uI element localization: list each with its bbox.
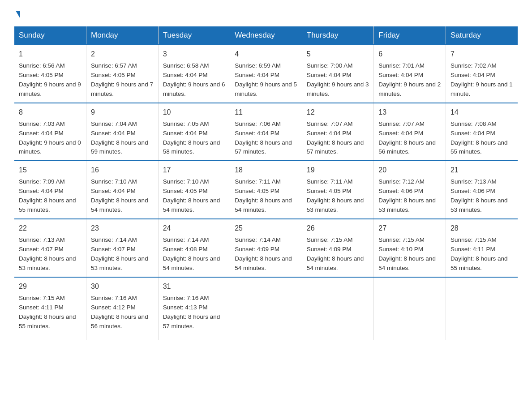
page-header xyxy=(14,11,518,18)
calendar-day-cell: 4Sunrise: 6:59 AMSunset: 4:04 PMDaylight… xyxy=(230,45,302,103)
calendar-day-cell: 2Sunrise: 6:57 AMSunset: 4:05 PMDaylight… xyxy=(86,45,159,103)
calendar-day-cell: 22Sunrise: 7:13 AMSunset: 4:07 PMDayligh… xyxy=(14,219,86,277)
calendar-day-cell: 31Sunrise: 7:16 AMSunset: 4:13 PMDayligh… xyxy=(158,277,230,340)
calendar-week-row: 15Sunrise: 7:09 AMSunset: 4:04 PMDayligh… xyxy=(14,161,518,219)
calendar-day-cell: 26Sunrise: 7:15 AMSunset: 4:09 PMDayligh… xyxy=(302,219,374,277)
calendar-day-cell: 14Sunrise: 7:08 AMSunset: 4:04 PMDayligh… xyxy=(446,103,518,161)
day-info: Sunrise: 7:08 AMSunset: 4:04 PMDaylight:… xyxy=(450,120,513,157)
calendar-day-cell: 10Sunrise: 7:05 AMSunset: 4:04 PMDayligh… xyxy=(158,103,230,161)
calendar-day-cell: 17Sunrise: 7:10 AMSunset: 4:05 PMDayligh… xyxy=(158,161,230,219)
calendar-day-cell: 28Sunrise: 7:15 AMSunset: 4:11 PMDayligh… xyxy=(446,219,518,277)
weekday-header: Saturday xyxy=(446,26,518,45)
calendar-day-cell: 30Sunrise: 7:16 AMSunset: 4:12 PMDayligh… xyxy=(86,277,159,340)
day-info: Sunrise: 7:06 AMSunset: 4:04 PMDaylight:… xyxy=(235,120,297,157)
weekday-header: Sunday xyxy=(14,26,86,45)
day-info: Sunrise: 7:11 AMSunset: 4:05 PMDaylight:… xyxy=(307,177,369,215)
day-number: 7 xyxy=(450,49,513,60)
day-number: 5 xyxy=(307,49,369,60)
calendar-day-cell xyxy=(302,277,374,340)
calendar-week-row: 1Sunrise: 6:56 AMSunset: 4:05 PMDaylight… xyxy=(14,45,518,103)
calendar-day-cell: 23Sunrise: 7:14 AMSunset: 4:07 PMDayligh… xyxy=(86,219,159,277)
day-info: Sunrise: 7:04 AMSunset: 4:04 PMDaylight:… xyxy=(91,120,154,157)
day-info: Sunrise: 7:13 AMSunset: 4:07 PMDaylight:… xyxy=(19,235,82,273)
day-info: Sunrise: 7:14 AMSunset: 4:07 PMDaylight:… xyxy=(91,235,154,273)
day-info: Sunrise: 7:03 AMSunset: 4:04 PMDaylight:… xyxy=(19,120,82,157)
calendar-day-cell: 8Sunrise: 7:03 AMSunset: 4:04 PMDaylight… xyxy=(14,103,86,161)
day-number: 8 xyxy=(19,107,82,118)
day-info: Sunrise: 7:01 AMSunset: 4:04 PMDaylight:… xyxy=(378,61,441,99)
calendar-day-cell: 15Sunrise: 7:09 AMSunset: 4:04 PMDayligh… xyxy=(14,161,86,219)
day-number: 21 xyxy=(450,165,513,176)
day-info: Sunrise: 6:57 AMSunset: 4:05 PMDaylight:… xyxy=(91,61,154,99)
day-number: 10 xyxy=(163,107,226,118)
calendar-day-cell: 9Sunrise: 7:04 AMSunset: 4:04 PMDaylight… xyxy=(86,103,159,161)
day-info: Sunrise: 7:14 AMSunset: 4:09 PMDaylight:… xyxy=(235,235,297,273)
calendar-day-cell: 13Sunrise: 7:07 AMSunset: 4:04 PMDayligh… xyxy=(374,103,446,161)
weekday-header: Monday xyxy=(86,26,159,45)
calendar-day-cell xyxy=(446,277,518,340)
weekday-header: Tuesday xyxy=(158,26,230,45)
calendar-day-cell: 1Sunrise: 6:56 AMSunset: 4:05 PMDaylight… xyxy=(14,45,86,103)
logo-triangle-icon xyxy=(16,11,20,18)
day-number: 19 xyxy=(307,165,369,176)
day-info: Sunrise: 7:15 AMSunset: 4:11 PMDaylight:… xyxy=(450,235,513,273)
day-info: Sunrise: 7:12 AMSunset: 4:06 PMDaylight:… xyxy=(378,177,441,215)
day-info: Sunrise: 7:10 AMSunset: 4:05 PMDaylight:… xyxy=(163,177,226,215)
calendar-day-cell: 16Sunrise: 7:10 AMSunset: 4:04 PMDayligh… xyxy=(86,161,159,219)
calendar-day-cell: 20Sunrise: 7:12 AMSunset: 4:06 PMDayligh… xyxy=(374,161,446,219)
day-number: 27 xyxy=(378,223,441,234)
day-number: 20 xyxy=(378,165,441,176)
logo xyxy=(14,11,21,18)
calendar-day-cell: 27Sunrise: 7:15 AMSunset: 4:10 PMDayligh… xyxy=(374,219,446,277)
calendar-day-cell: 11Sunrise: 7:06 AMSunset: 4:04 PMDayligh… xyxy=(230,103,302,161)
day-info: Sunrise: 7:16 AMSunset: 4:13 PMDaylight:… xyxy=(163,294,226,331)
calendar-week-row: 8Sunrise: 7:03 AMSunset: 4:04 PMDaylight… xyxy=(14,103,518,161)
day-number: 9 xyxy=(91,107,154,118)
calendar-day-cell: 5Sunrise: 7:00 AMSunset: 4:04 PMDaylight… xyxy=(302,45,374,103)
day-info: Sunrise: 7:07 AMSunset: 4:04 PMDaylight:… xyxy=(378,120,441,157)
day-number: 16 xyxy=(91,165,154,176)
day-number: 26 xyxy=(307,223,369,234)
day-info: Sunrise: 7:07 AMSunset: 4:04 PMDaylight:… xyxy=(307,120,369,157)
weekday-header-row: SundayMondayTuesdayWednesdayThursdayFrid… xyxy=(14,26,518,45)
day-info: Sunrise: 7:09 AMSunset: 4:04 PMDaylight:… xyxy=(19,177,82,215)
calendar-day-cell: 21Sunrise: 7:13 AMSunset: 4:06 PMDayligh… xyxy=(446,161,518,219)
weekday-header: Friday xyxy=(374,26,446,45)
day-info: Sunrise: 7:16 AMSunset: 4:12 PMDaylight:… xyxy=(91,294,154,331)
calendar-day-cell: 25Sunrise: 7:14 AMSunset: 4:09 PMDayligh… xyxy=(230,219,302,277)
day-number: 23 xyxy=(91,223,154,234)
day-info: Sunrise: 7:14 AMSunset: 4:08 PMDaylight:… xyxy=(163,235,226,273)
day-info: Sunrise: 7:15 AMSunset: 4:11 PMDaylight:… xyxy=(19,294,82,331)
day-info: Sunrise: 6:56 AMSunset: 4:05 PMDaylight:… xyxy=(19,61,82,99)
calendar-day-cell xyxy=(374,277,446,340)
calendar-week-row: 29Sunrise: 7:15 AMSunset: 4:11 PMDayligh… xyxy=(14,277,518,340)
calendar-day-cell: 7Sunrise: 7:02 AMSunset: 4:04 PMDaylight… xyxy=(446,45,518,103)
day-number: 22 xyxy=(19,223,82,234)
day-number: 29 xyxy=(19,281,82,292)
day-number: 31 xyxy=(163,281,226,292)
day-number: 1 xyxy=(19,49,82,60)
day-number: 12 xyxy=(307,107,369,118)
day-info: Sunrise: 6:58 AMSunset: 4:04 PMDaylight:… xyxy=(163,61,226,99)
day-number: 6 xyxy=(378,49,441,60)
day-number: 2 xyxy=(91,49,154,60)
calendar-day-cell: 29Sunrise: 7:15 AMSunset: 4:11 PMDayligh… xyxy=(14,277,86,340)
calendar-day-cell: 18Sunrise: 7:11 AMSunset: 4:05 PMDayligh… xyxy=(230,161,302,219)
day-info: Sunrise: 7:00 AMSunset: 4:04 PMDaylight:… xyxy=(307,61,369,99)
calendar-day-cell: 19Sunrise: 7:11 AMSunset: 4:05 PMDayligh… xyxy=(302,161,374,219)
day-number: 13 xyxy=(378,107,441,118)
calendar-day-cell: 12Sunrise: 7:07 AMSunset: 4:04 PMDayligh… xyxy=(302,103,374,161)
day-number: 25 xyxy=(235,223,297,234)
day-info: Sunrise: 7:02 AMSunset: 4:04 PMDaylight:… xyxy=(450,61,513,99)
day-info: Sunrise: 7:15 AMSunset: 4:10 PMDaylight:… xyxy=(378,235,441,273)
calendar-day-cell: 3Sunrise: 6:58 AMSunset: 4:04 PMDaylight… xyxy=(158,45,230,103)
calendar-table: SundayMondayTuesdayWednesdayThursdayFrid… xyxy=(14,26,518,340)
day-info: Sunrise: 7:11 AMSunset: 4:05 PMDaylight:… xyxy=(235,177,297,215)
day-number: 28 xyxy=(450,223,513,234)
calendar-day-cell: 6Sunrise: 7:01 AMSunset: 4:04 PMDaylight… xyxy=(374,45,446,103)
day-info: Sunrise: 7:15 AMSunset: 4:09 PMDaylight:… xyxy=(307,235,369,273)
calendar-day-cell: 24Sunrise: 7:14 AMSunset: 4:08 PMDayligh… xyxy=(158,219,230,277)
day-number: 11 xyxy=(235,107,297,118)
calendar-day-cell xyxy=(230,277,302,340)
day-number: 3 xyxy=(163,49,226,60)
